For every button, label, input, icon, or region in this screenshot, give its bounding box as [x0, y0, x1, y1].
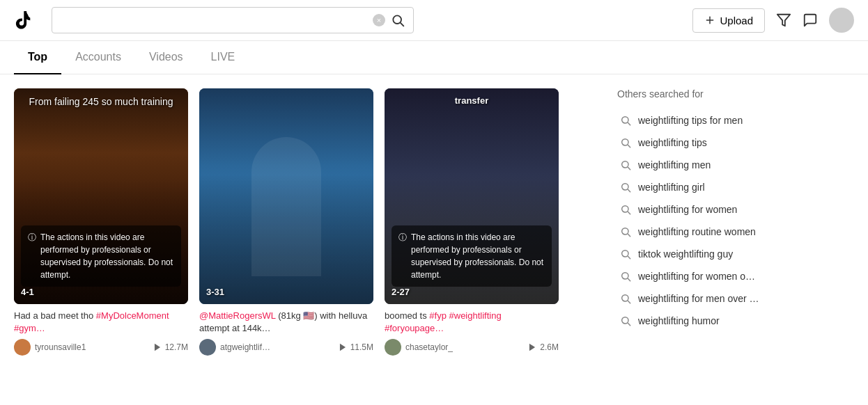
filter-button[interactable]: [776, 13, 791, 28]
header: weightlifting × Upload: [0, 0, 868, 41]
author-name-1: tyrounsaville1: [35, 342, 86, 352]
suggestion-text-5: weightlifting routine women: [638, 226, 756, 237]
tab-top[interactable]: Top: [14, 41, 61, 74]
avatar[interactable]: [829, 8, 854, 33]
suggestion-item-3[interactable]: weightlifting girl: [617, 176, 854, 198]
messages-button[interactable]: [803, 13, 818, 28]
thumb-counter-1: 4-1: [21, 287, 181, 297]
thumb-overlay-3: transfer ⓘ The actions in this video are…: [385, 88, 559, 304]
suggestion-item-4[interactable]: weightlifting for women: [617, 198, 854, 221]
clear-search-button[interactable]: ×: [373, 14, 385, 26]
suggestion-item-1[interactable]: weightlifting tips: [617, 132, 854, 154]
svg-line-21: [628, 256, 630, 258]
search-suggestion-icon-0: [620, 115, 631, 126]
search-suggestion-icon-4: [620, 204, 631, 215]
svg-point-12: [622, 161, 628, 168]
suggestion-text-6: tiktok weightlifting guy: [638, 248, 733, 260]
suggestion-text-7: weightlifting for women o…: [638, 271, 755, 282]
suggestion-text-1: weightlifting tips: [638, 137, 707, 148]
svg-line-9: [628, 122, 630, 125]
svg-point-8: [622, 117, 628, 123]
video-caption-3: boomed ts #fyp #weightlifting #foryoupag…: [385, 310, 559, 335]
search-suggestion-icon-2: [620, 159, 631, 170]
logo-area: [14, 10, 33, 30]
video-caption-2: @MattieRogersWL (81kg 🇺🇸) with helluva a…: [199, 310, 373, 335]
suggestions-list: weightlifting tips for men weightlifting…: [617, 109, 854, 332]
svg-line-27: [628, 323, 630, 325]
play-count-2: 11.5M: [338, 342, 373, 352]
play-icon-2: [338, 342, 348, 352]
tab-videos[interactable]: Videos: [135, 41, 197, 74]
tab-accounts[interactable]: Accounts: [61, 41, 135, 74]
search-icon: [391, 13, 405, 27]
video-thumbnail-2: 3-31: [199, 88, 373, 304]
svg-point-24: [622, 295, 628, 301]
plus-icon: [704, 15, 715, 26]
svg-point-16: [622, 206, 628, 212]
svg-point-0: [393, 15, 401, 24]
video-card-3[interactable]: transfer ⓘ The actions in this video are…: [385, 88, 559, 361]
video-meta-2: atgweightlif… 11.5M: [199, 339, 373, 356]
svg-line-25: [628, 301, 630, 303]
suggestion-item-8[interactable]: weightlifting for men over …: [617, 287, 854, 310]
svg-point-14: [622, 184, 628, 190]
sidebar-title: Others searched for: [617, 88, 854, 100]
tiktok-logo: [14, 10, 33, 30]
svg-point-26: [622, 317, 628, 324]
search-sidebar: Others searched for weightlifting tips f…: [617, 88, 854, 361]
video-meta-3: chasetaylor_ 2.6M: [385, 339, 559, 356]
video-thumbnail-1: From failing 245 so much training ⓘ The …: [14, 88, 188, 304]
video-card-2[interactable]: 3-31 @MattieRogersWL (81kg 🇺🇸) with hell…: [199, 88, 373, 361]
suggestion-text-9: weightlifting humor: [638, 315, 720, 326]
thumb-top-text-1: From failing 245 so much training: [21, 95, 181, 109]
svg-point-10: [622, 139, 628, 145]
search-suggestion-icon-7: [620, 271, 631, 282]
message-icon: [803, 13, 818, 28]
main-content: From failing 245 so much training ⓘ The …: [0, 74, 868, 375]
suggestion-item-0[interactable]: weightlifting tips for men: [617, 109, 854, 132]
suggestion-item-6[interactable]: tiktok weightlifting guy: [617, 243, 854, 265]
thumb-transfer-text-3: transfer: [455, 95, 488, 106]
author-name-2: atgweightlif…: [220, 342, 270, 352]
author-avatar-3: [385, 339, 401, 356]
header-right: Upload: [692, 8, 854, 33]
video-card-1[interactable]: From failing 245 so much training ⓘ The …: [14, 88, 188, 361]
play-count-3: 2.6M: [527, 342, 559, 352]
search-suggestion-icon-6: [620, 248, 631, 260]
svg-line-11: [628, 145, 630, 147]
suggestion-item-2[interactable]: weightlifting men: [617, 154, 854, 176]
play-icon-3: [527, 342, 537, 352]
svg-point-20: [622, 251, 628, 257]
svg-line-15: [628, 189, 630, 191]
video-grid: From failing 245 so much training ⓘ The …: [14, 88, 603, 361]
filter-icon: [776, 13, 791, 28]
author-avatar-1: [14, 339, 31, 356]
suggestion-item-9[interactable]: weightlifting humor: [617, 310, 854, 332]
suggestion-text-3: weightlifting girl: [638, 182, 705, 193]
tab-live[interactable]: LIVE: [197, 41, 249, 74]
video-info-2: @MattieRogersWL (81kg 🇺🇸) with helluva a…: [199, 304, 373, 361]
caption-mention-2[interactable]: @MattieRogersWL: [199, 310, 276, 321]
thumb-overlay-1: From failing 245 so much training ⓘ The …: [14, 88, 188, 304]
search-suggestion-icon-5: [620, 226, 631, 237]
svg-line-19: [628, 234, 630, 236]
author-name-3: chasetaylor_: [405, 342, 453, 352]
svg-marker-5: [155, 344, 160, 351]
suggestion-item-7[interactable]: weightlifting for women o…: [617, 265, 854, 287]
suggestion-text-0: weightlifting tips for men: [638, 115, 743, 126]
video-info-1: Had a bad meet tho #MyDolceMoment #gym… …: [14, 304, 188, 361]
tabs-bar: Top Accounts Videos LIVE: [0, 41, 868, 74]
upload-button[interactable]: Upload: [692, 8, 765, 33]
thumb-counter-2: 3-31: [206, 287, 366, 297]
suggestion-item-5[interactable]: weightlifting routine women: [617, 221, 854, 243]
video-caption-1: Had a bad meet tho #MyDolceMoment #gym…: [14, 310, 188, 335]
search-input[interactable]: weightlifting: [61, 15, 367, 26]
search-submit-button[interactable]: [391, 13, 405, 27]
search-suggestion-icon-9: [620, 315, 631, 326]
svg-marker-4: [777, 15, 790, 26]
video-info-3: boomed ts #fyp #weightlifting #foryoupag…: [385, 304, 559, 361]
author-avatar-2: [199, 339, 216, 356]
video-thumbnail-3: transfer ⓘ The actions in this video are…: [385, 88, 559, 304]
thumb-counter-3: 2-27: [392, 287, 552, 297]
search-bar: weightlifting ×: [52, 7, 414, 33]
